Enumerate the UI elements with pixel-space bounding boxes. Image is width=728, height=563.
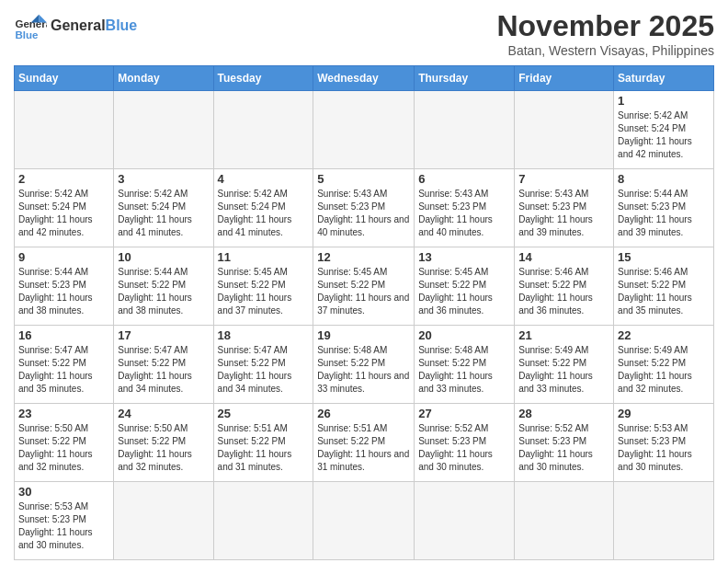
weekday-header-thursday: Thursday	[415, 66, 515, 91]
day-info: Sunrise: 5:43 AMSunset: 5:23 PMDaylight:…	[518, 188, 609, 239]
day-info: Sunrise: 5:46 AMSunset: 5:22 PMDaylight:…	[518, 266, 609, 317]
day-number: 3	[118, 172, 209, 186]
day-info: Sunrise: 5:48 AMSunset: 5:22 PMDaylight:…	[317, 344, 410, 396]
calendar-cell: 25Sunrise: 5:51 AMSunset: 5:22 PMDayligh…	[213, 404, 313, 482]
month-title: November 2025	[496, 9, 714, 43]
day-number: 5	[317, 172, 410, 186]
calendar-cell	[313, 91, 415, 169]
calendar-week-row: 1Sunrise: 5:42 AMSunset: 5:24 PMDaylight…	[15, 91, 714, 169]
day-number: 17	[118, 328, 209, 342]
calendar-cell: 23Sunrise: 5:50 AMSunset: 5:22 PMDayligh…	[15, 404, 114, 482]
calendar-cell: 24Sunrise: 5:50 AMSunset: 5:22 PMDayligh…	[114, 404, 213, 482]
day-info: Sunrise: 5:45 AMSunset: 5:22 PMDaylight:…	[218, 266, 310, 317]
calendar-cell: 13Sunrise: 5:45 AMSunset: 5:22 PMDayligh…	[415, 247, 515, 326]
calendar-cell: 1Sunrise: 5:42 AMSunset: 5:24 PMDaylight…	[614, 91, 714, 169]
weekday-header-row: SundayMondayTuesdayWednesdayThursdayFrid…	[15, 66, 714, 91]
calendar-cell	[213, 91, 313, 169]
day-number: 23	[18, 407, 109, 420]
day-number: 24	[118, 407, 209, 420]
calendar-cell: 27Sunrise: 5:52 AMSunset: 5:23 PMDayligh…	[415, 404, 515, 482]
calendar-cell: 3Sunrise: 5:42 AMSunset: 5:24 PMDaylight…	[114, 169, 213, 247]
day-info: Sunrise: 5:47 AMSunset: 5:22 PMDaylight:…	[218, 344, 310, 396]
day-number: 2	[18, 172, 109, 186]
day-info: Sunrise: 5:42 AMSunset: 5:24 PMDaylight:…	[118, 188, 209, 239]
calendar-cell: 8Sunrise: 5:44 AMSunset: 5:23 PMDaylight…	[614, 169, 714, 247]
day-info: Sunrise: 5:49 AMSunset: 5:22 PMDaylight:…	[518, 344, 609, 396]
day-info: Sunrise: 5:43 AMSunset: 5:23 PMDaylight:…	[317, 188, 410, 239]
day-number: 25	[218, 407, 310, 420]
day-number: 11	[218, 250, 310, 264]
day-info: Sunrise: 5:42 AMSunset: 5:24 PMDaylight:…	[618, 109, 710, 161]
day-number: 20	[418, 328, 510, 342]
calendar-cell: 26Sunrise: 5:51 AMSunset: 5:22 PMDayligh…	[313, 404, 415, 482]
day-info: Sunrise: 5:50 AMSunset: 5:22 PMDaylight:…	[118, 422, 209, 474]
calendar-cell	[515, 482, 614, 560]
day-number: 14	[518, 250, 609, 264]
day-number: 19	[317, 328, 410, 342]
calendar-cell	[515, 91, 614, 169]
weekday-header-wednesday: Wednesday	[313, 66, 415, 91]
calendar-cell: 11Sunrise: 5:45 AMSunset: 5:22 PMDayligh…	[213, 247, 313, 326]
calendar-cell: 18Sunrise: 5:47 AMSunset: 5:22 PMDayligh…	[213, 326, 313, 404]
day-info: Sunrise: 5:42 AMSunset: 5:24 PMDaylight:…	[18, 188, 109, 239]
day-number: 28	[518, 407, 609, 420]
day-number: 15	[618, 250, 710, 264]
day-number: 1	[618, 94, 710, 108]
day-number: 30	[18, 485, 109, 499]
day-number: 12	[317, 250, 410, 264]
calendar-cell: 20Sunrise: 5:48 AMSunset: 5:22 PMDayligh…	[415, 326, 515, 404]
svg-text:Blue: Blue	[15, 29, 39, 40]
calendar-cell	[313, 482, 415, 560]
calendar-week-row: 9Sunrise: 5:44 AMSunset: 5:23 PMDaylight…	[15, 247, 714, 326]
day-info: Sunrise: 5:44 AMSunset: 5:23 PMDaylight:…	[18, 266, 109, 317]
logo-text: GeneralBlue	[51, 17, 137, 34]
weekday-header-tuesday: Tuesday	[213, 66, 313, 91]
calendar-cell	[213, 482, 313, 560]
day-info: Sunrise: 5:52 AMSunset: 5:23 PMDaylight:…	[418, 422, 510, 474]
calendar-cell: 5Sunrise: 5:43 AMSunset: 5:23 PMDaylight…	[313, 169, 415, 247]
calendar-cell	[114, 91, 213, 169]
day-info: Sunrise: 5:47 AMSunset: 5:22 PMDaylight:…	[118, 344, 209, 396]
day-number: 29	[618, 407, 710, 420]
calendar-week-row: 16Sunrise: 5:47 AMSunset: 5:22 PMDayligh…	[15, 326, 714, 404]
weekday-header-sunday: Sunday	[15, 66, 114, 91]
day-info: Sunrise: 5:42 AMSunset: 5:24 PMDaylight:…	[218, 188, 310, 239]
day-number: 27	[418, 407, 510, 420]
day-info: Sunrise: 5:43 AMSunset: 5:23 PMDaylight:…	[418, 188, 510, 239]
calendar-cell: 29Sunrise: 5:53 AMSunset: 5:23 PMDayligh…	[614, 404, 714, 482]
calendar-week-row: 2Sunrise: 5:42 AMSunset: 5:24 PMDaylight…	[15, 169, 714, 247]
day-info: Sunrise: 5:46 AMSunset: 5:22 PMDaylight:…	[618, 266, 710, 317]
calendar-cell	[415, 91, 515, 169]
weekday-header-friday: Friday	[515, 66, 614, 91]
day-info: Sunrise: 5:53 AMSunset: 5:23 PMDaylight:…	[618, 422, 710, 474]
calendar-cell	[614, 482, 714, 560]
day-number: 13	[418, 250, 510, 264]
logo: General Blue GeneralBlue	[14, 9, 137, 42]
day-info: Sunrise: 5:51 AMSunset: 5:22 PMDaylight:…	[218, 422, 310, 474]
calendar-cell: 7Sunrise: 5:43 AMSunset: 5:23 PMDaylight…	[515, 169, 614, 247]
day-number: 4	[218, 172, 310, 186]
calendar-cell: 16Sunrise: 5:47 AMSunset: 5:22 PMDayligh…	[15, 326, 114, 404]
day-info: Sunrise: 5:48 AMSunset: 5:22 PMDaylight:…	[418, 344, 510, 396]
calendar-cell	[15, 91, 114, 169]
day-info: Sunrise: 5:44 AMSunset: 5:23 PMDaylight:…	[618, 188, 710, 239]
calendar-cell: 22Sunrise: 5:49 AMSunset: 5:22 PMDayligh…	[614, 326, 714, 404]
day-number: 8	[618, 172, 710, 186]
calendar-cell	[415, 482, 515, 560]
calendar-cell: 6Sunrise: 5:43 AMSunset: 5:23 PMDaylight…	[415, 169, 515, 247]
calendar-table: SundayMondayTuesdayWednesdayThursdayFrid…	[14, 65, 714, 560]
calendar-cell: 9Sunrise: 5:44 AMSunset: 5:23 PMDaylight…	[15, 247, 114, 326]
day-number: 6	[418, 172, 510, 186]
weekday-header-saturday: Saturday	[614, 66, 714, 91]
day-number: 18	[218, 328, 310, 342]
day-info: Sunrise: 5:50 AMSunset: 5:22 PMDaylight:…	[18, 422, 109, 474]
calendar-cell: 4Sunrise: 5:42 AMSunset: 5:24 PMDaylight…	[213, 169, 313, 247]
calendar-cell: 15Sunrise: 5:46 AMSunset: 5:22 PMDayligh…	[614, 247, 714, 326]
location-subtitle: Batan, Western Visayas, Philippines	[496, 43, 714, 58]
day-info: Sunrise: 5:47 AMSunset: 5:22 PMDaylight:…	[18, 344, 109, 396]
day-number: 26	[317, 407, 410, 420]
day-info: Sunrise: 5:44 AMSunset: 5:22 PMDaylight:…	[118, 266, 209, 317]
day-number: 16	[18, 328, 109, 342]
day-info: Sunrise: 5:45 AMSunset: 5:22 PMDaylight:…	[317, 266, 410, 317]
page-header: General Blue GeneralBlue November 2025 B…	[14, 9, 714, 58]
